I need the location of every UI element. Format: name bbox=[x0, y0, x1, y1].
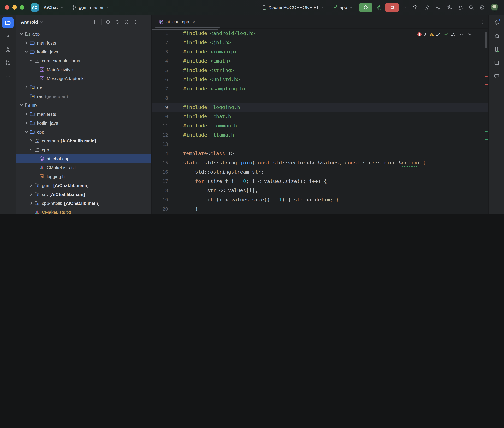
device-selector[interactable]: Xiaomi POCOPHONE F1 bbox=[259, 3, 327, 11]
tree-item-kotlin-java[interactable]: kotlin+java bbox=[16, 118, 151, 127]
chevron-right-icon[interactable] bbox=[28, 138, 34, 144]
chevron-down-icon bbox=[349, 5, 353, 10]
tree-item-manifests[interactable]: manifests bbox=[16, 38, 151, 47]
commit-tool-button[interactable] bbox=[2, 31, 14, 41]
panel-options-kebab[interactable] bbox=[133, 19, 138, 25]
tree-item-label: kotlin+java bbox=[37, 49, 58, 54]
titlebar: AC AiChat ggml-master Xiaomi POCOPHONE F… bbox=[0, 0, 504, 15]
tree-item-kotlin-java[interactable]: kotlin+java bbox=[16, 47, 151, 56]
project-view-selector[interactable]: Android bbox=[21, 19, 38, 25]
minimize-window-button[interactable] bbox=[12, 5, 17, 10]
tree-item-lib[interactable]: lib bbox=[16, 101, 151, 110]
chevron-right-icon[interactable] bbox=[28, 191, 34, 197]
stop-button[interactable] bbox=[385, 3, 399, 12]
project-panel: Android appmanifestskotlin+javacom. bbox=[16, 15, 152, 214]
next-problem-icon[interactable] bbox=[467, 32, 473, 37]
branch-selector[interactable]: ggml-master bbox=[70, 3, 112, 11]
structure-tool-button[interactable] bbox=[2, 44, 14, 55]
tree-item-cpp[interactable]: cpp bbox=[16, 127, 151, 136]
tree-item-cpp[interactable]: cpp bbox=[16, 145, 151, 154]
editor-scrollbar[interactable] bbox=[484, 29, 488, 214]
more-tools-button[interactable] bbox=[2, 71, 14, 82]
locate-file-icon[interactable] bbox=[105, 19, 111, 25]
scrollbar-thumb[interactable] bbox=[485, 32, 487, 48]
chevron-right-icon[interactable] bbox=[24, 85, 29, 90]
pull-requests-tool-button[interactable] bbox=[2, 57, 14, 68]
collapse-all-icon[interactable] bbox=[124, 19, 129, 25]
close-window-button[interactable] bbox=[5, 5, 9, 10]
zoom-window-button[interactable] bbox=[20, 5, 24, 10]
device-manager-button[interactable] bbox=[491, 44, 502, 55]
notifications-button[interactable] bbox=[491, 17, 502, 28]
code-line-17: 17 for (size_t i = 0; i < values.size();… bbox=[152, 177, 488, 186]
chevron-down-icon[interactable] bbox=[28, 147, 34, 152]
folder-gray-icon bbox=[34, 147, 40, 152]
run-config-selector[interactable]: app bbox=[331, 3, 355, 11]
tree-item-common[interactable]: common[AiChat.lib.main] bbox=[16, 136, 151, 145]
folder-icon bbox=[29, 120, 35, 126]
tree-item-mainactivity-kt[interactable]: MainActivity.kt bbox=[16, 65, 151, 74]
tab-options-kebab[interactable] bbox=[480, 19, 486, 25]
tree-item-ai-chat-cpp[interactable]: Cai_chat.cpp bbox=[16, 154, 151, 163]
tree-item-messageadapter-kt[interactable]: MessageAdapter.kt bbox=[16, 74, 151, 83]
build-run-hammer-icon[interactable] bbox=[411, 4, 417, 10]
chevron-down-icon[interactable] bbox=[24, 129, 29, 135]
tree-item-ggml[interactable]: ggml[AiChat.lib.main] bbox=[16, 181, 151, 190]
chevron-right-icon[interactable] bbox=[24, 40, 29, 46]
search-icon[interactable] bbox=[469, 5, 474, 10]
expand-all-icon[interactable] bbox=[115, 19, 120, 25]
close-tab-icon[interactable]: ✕ bbox=[192, 19, 196, 24]
folder-icon bbox=[5, 19, 11, 26]
hide-panel-icon[interactable] bbox=[142, 19, 148, 25]
more-icon bbox=[5, 73, 11, 79]
tree-item-app[interactable]: app bbox=[16, 29, 151, 38]
tree-item-label: res bbox=[37, 85, 43, 90]
line-number: 5 bbox=[152, 66, 168, 75]
code-line-11: 11#include "common.h" bbox=[152, 121, 488, 131]
app-insights-button[interactable] bbox=[491, 71, 502, 82]
chevron-right-icon[interactable] bbox=[24, 120, 29, 126]
tree-item-suffix: (generated) bbox=[45, 94, 68, 99]
tree-item-res[interactable]: res bbox=[16, 83, 151, 92]
line-number: 17 bbox=[152, 177, 168, 186]
project-selector[interactable]: AiChat bbox=[42, 3, 66, 11]
chevron-down-icon[interactable] bbox=[19, 31, 24, 37]
tree-item-suffix: [AiChat.lib.main] bbox=[53, 183, 89, 188]
prev-problem-icon[interactable] bbox=[459, 32, 464, 37]
user-avatar[interactable] bbox=[490, 3, 499, 11]
profiler-icon[interactable] bbox=[436, 5, 441, 10]
run-more-kebab[interactable] bbox=[402, 5, 408, 10]
attach-debugger-icon[interactable] bbox=[446, 5, 452, 10]
chevron-right-icon[interactable] bbox=[28, 200, 34, 206]
code-area[interactable]: 1#include <android/log.h>2#include <jni.… bbox=[152, 29, 488, 214]
apply-changes-icon[interactable] bbox=[425, 5, 430, 10]
chevron-down-icon[interactable] bbox=[19, 102, 24, 108]
debug-button[interactable] bbox=[376, 4, 382, 10]
tree-item-manifests[interactable]: manifests bbox=[16, 110, 151, 118]
gradle-sync-icon[interactable] bbox=[458, 5, 463, 10]
chevron-down-icon[interactable] bbox=[28, 58, 34, 63]
tree-item-com-example-llama[interactable]: com.example.llama bbox=[16, 56, 151, 65]
tree-item-src[interactable]: src[AiChat.lib.main] bbox=[16, 190, 151, 199]
chevron-down-icon[interactable] bbox=[24, 49, 29, 54]
add-icon[interactable] bbox=[92, 19, 97, 25]
tree-item-cmakelists-txt[interactable]: CMakeLists.txt bbox=[16, 208, 151, 214]
tree-item-cmakelists-txt[interactable]: CMakeLists.txt bbox=[16, 163, 151, 172]
inspections-widget[interactable]: 3 24 15 bbox=[417, 32, 473, 37]
rerun-app-button[interactable] bbox=[359, 3, 372, 12]
tree-item-res[interactable]: res(generated) bbox=[16, 92, 151, 101]
chevron-right-icon[interactable] bbox=[24, 111, 29, 117]
chevron-down-icon bbox=[105, 5, 110, 10]
settings-gear-icon[interactable] bbox=[479, 5, 485, 10]
tab-ai-chat-cpp[interactable]: C ai_chat.cpp ✕ bbox=[155, 15, 199, 28]
cmake-icon bbox=[39, 165, 45, 170]
gradle-tool-button[interactable] bbox=[491, 31, 502, 41]
chevron-down-icon bbox=[39, 20, 44, 24]
tree-item-logging-h[interactable]: Hlogging.h bbox=[16, 172, 151, 181]
layout-inspector-button[interactable] bbox=[491, 57, 502, 68]
chevron-right-icon[interactable] bbox=[28, 182, 34, 188]
tree-item-cpp-httplib[interactable]: cpp-httplib[AiChat.lib.main] bbox=[16, 199, 151, 208]
line-number: 8 bbox=[152, 93, 168, 103]
horizontal-scrollbar[interactable] bbox=[152, 29, 218, 30]
project-tool-button[interactable] bbox=[2, 17, 14, 28]
